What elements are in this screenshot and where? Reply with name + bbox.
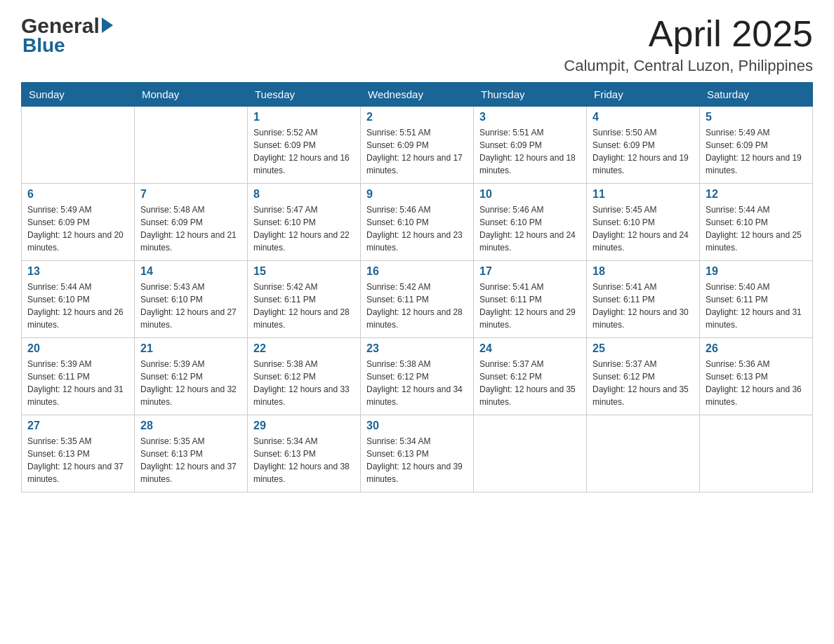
calendar-cell: 16Sunrise: 5:42 AMSunset: 6:11 PMDayligh… <box>361 261 474 338</box>
calendar-cell: 7Sunrise: 5:48 AMSunset: 6:09 PMDaylight… <box>135 184 248 261</box>
day-info: Sunrise: 5:46 AMSunset: 6:10 PMDaylight:… <box>479 203 581 254</box>
day-number: 1 <box>253 111 355 123</box>
weekday-header-monday: Monday <box>135 83 248 107</box>
day-info: Sunrise: 5:51 AMSunset: 6:09 PMDaylight:… <box>366 126 468 177</box>
day-number: 3 <box>479 111 581 123</box>
day-number: 14 <box>140 265 241 278</box>
weekday-header-saturday: Saturday <box>700 83 813 107</box>
calendar-cell: 8Sunrise: 5:47 AMSunset: 6:10 PMDaylight… <box>248 184 361 261</box>
day-number: 22 <box>253 342 355 355</box>
day-number: 29 <box>253 420 355 432</box>
day-info: Sunrise: 5:35 AMSunset: 6:13 PMDaylight:… <box>140 435 241 485</box>
day-number: 25 <box>593 342 694 355</box>
weekday-header-thursday: Thursday <box>474 83 587 107</box>
day-number: 4 <box>593 111 694 123</box>
calendar-cell: 29Sunrise: 5:34 AMSunset: 6:13 PMDayligh… <box>248 415 361 492</box>
calendar-cell <box>135 107 248 184</box>
day-info: Sunrise: 5:46 AMSunset: 6:10 PMDaylight:… <box>366 203 468 254</box>
day-info: Sunrise: 5:37 AMSunset: 6:12 PMDaylight:… <box>479 358 581 408</box>
day-number: 30 <box>366 420 468 432</box>
day-number: 26 <box>706 342 807 355</box>
day-number: 15 <box>253 265 355 278</box>
day-number: 24 <box>479 342 581 355</box>
day-number: 11 <box>593 188 694 201</box>
day-number: 2 <box>366 111 468 123</box>
calendar-cell: 25Sunrise: 5:37 AMSunset: 6:12 PMDayligh… <box>587 338 700 415</box>
month-title: April 2025 <box>564 14 813 54</box>
day-info: Sunrise: 5:36 AMSunset: 6:13 PMDaylight:… <box>706 358 807 408</box>
calendar-cell: 12Sunrise: 5:44 AMSunset: 6:10 PMDayligh… <box>700 184 813 261</box>
calendar-cell: 26Sunrise: 5:36 AMSunset: 6:13 PMDayligh… <box>700 338 813 415</box>
day-info: Sunrise: 5:48 AMSunset: 6:09 PMDaylight:… <box>140 203 241 254</box>
weekday-header-wednesday: Wednesday <box>361 83 474 107</box>
day-info: Sunrise: 5:47 AMSunset: 6:10 PMDaylight:… <box>253 203 355 254</box>
page-header: General Blue April 2025 Calumpit, Centra… <box>21 14 813 75</box>
day-number: 8 <box>253 188 355 201</box>
day-info: Sunrise: 5:45 AMSunset: 6:10 PMDaylight:… <box>593 203 694 254</box>
location-subtitle: Calumpit, Central Luzon, Philippines <box>564 57 813 75</box>
calendar-week-row: 6Sunrise: 5:49 AMSunset: 6:09 PMDaylight… <box>22 184 813 261</box>
calendar-cell: 6Sunrise: 5:49 AMSunset: 6:09 PMDaylight… <box>22 184 135 261</box>
day-number: 28 <box>140 420 241 432</box>
day-info: Sunrise: 5:50 AMSunset: 6:09 PMDaylight:… <box>593 126 694 177</box>
day-info: Sunrise: 5:39 AMSunset: 6:11 PMDaylight:… <box>27 358 128 408</box>
calendar-cell: 27Sunrise: 5:35 AMSunset: 6:13 PMDayligh… <box>22 415 135 492</box>
calendar-cell: 22Sunrise: 5:38 AMSunset: 6:12 PMDayligh… <box>248 338 361 415</box>
day-number: 16 <box>366 265 468 278</box>
weekday-header-friday: Friday <box>587 83 700 107</box>
day-info: Sunrise: 5:52 AMSunset: 6:09 PMDaylight:… <box>253 126 355 177</box>
day-info: Sunrise: 5:34 AMSunset: 6:13 PMDaylight:… <box>253 435 355 485</box>
day-number: 9 <box>366 188 468 201</box>
day-info: Sunrise: 5:49 AMSunset: 6:09 PMDaylight:… <box>27 203 128 254</box>
day-number: 21 <box>140 342 241 355</box>
calendar-table: SundayMondayTuesdayWednesdayThursdayFrid… <box>21 82 813 492</box>
calendar-cell: 18Sunrise: 5:41 AMSunset: 6:11 PMDayligh… <box>587 261 700 338</box>
calendar-cell: 30Sunrise: 5:34 AMSunset: 6:13 PMDayligh… <box>361 415 474 492</box>
day-number: 10 <box>479 188 581 201</box>
calendar-cell: 17Sunrise: 5:41 AMSunset: 6:11 PMDayligh… <box>474 261 587 338</box>
day-info: Sunrise: 5:38 AMSunset: 6:12 PMDaylight:… <box>253 358 355 408</box>
calendar-cell: 19Sunrise: 5:40 AMSunset: 6:11 PMDayligh… <box>700 261 813 338</box>
calendar-cell: 5Sunrise: 5:49 AMSunset: 6:09 PMDaylight… <box>700 107 813 184</box>
calendar-week-row: 13Sunrise: 5:44 AMSunset: 6:10 PMDayligh… <box>22 261 813 338</box>
calendar-cell: 2Sunrise: 5:51 AMSunset: 6:09 PMDaylight… <box>361 107 474 184</box>
weekday-header-sunday: Sunday <box>22 83 135 107</box>
day-number: 17 <box>479 265 581 278</box>
day-info: Sunrise: 5:35 AMSunset: 6:13 PMDaylight:… <box>27 435 128 485</box>
calendar-week-row: 27Sunrise: 5:35 AMSunset: 6:13 PMDayligh… <box>22 415 813 492</box>
day-number: 18 <box>593 265 694 278</box>
day-info: Sunrise: 5:40 AMSunset: 6:11 PMDaylight:… <box>706 281 807 331</box>
day-number: 13 <box>27 265 128 278</box>
calendar-cell: 21Sunrise: 5:39 AMSunset: 6:12 PMDayligh… <box>135 338 248 415</box>
calendar-header-row: SundayMondayTuesdayWednesdayThursdayFrid… <box>22 83 813 107</box>
calendar-cell: 20Sunrise: 5:39 AMSunset: 6:11 PMDayligh… <box>22 338 135 415</box>
day-info: Sunrise: 5:38 AMSunset: 6:12 PMDaylight:… <box>366 358 468 408</box>
day-info: Sunrise: 5:49 AMSunset: 6:09 PMDaylight:… <box>706 126 807 177</box>
calendar-cell: 24Sunrise: 5:37 AMSunset: 6:12 PMDayligh… <box>474 338 587 415</box>
calendar-cell: 23Sunrise: 5:38 AMSunset: 6:12 PMDayligh… <box>361 338 474 415</box>
day-number: 20 <box>27 342 128 355</box>
day-info: Sunrise: 5:44 AMSunset: 6:10 PMDaylight:… <box>27 281 128 331</box>
calendar-cell: 14Sunrise: 5:43 AMSunset: 6:10 PMDayligh… <box>135 261 248 338</box>
calendar-week-row: 20Sunrise: 5:39 AMSunset: 6:11 PMDayligh… <box>22 338 813 415</box>
day-info: Sunrise: 5:39 AMSunset: 6:12 PMDaylight:… <box>140 358 241 408</box>
logo-arrow-icon <box>102 18 113 33</box>
title-area: April 2025 Calumpit, Central Luzon, Phil… <box>564 14 813 75</box>
day-info: Sunrise: 5:44 AMSunset: 6:10 PMDaylight:… <box>706 203 807 254</box>
day-info: Sunrise: 5:43 AMSunset: 6:10 PMDaylight:… <box>140 281 241 331</box>
day-info: Sunrise: 5:37 AMSunset: 6:12 PMDaylight:… <box>593 358 694 408</box>
calendar-cell: 13Sunrise: 5:44 AMSunset: 6:10 PMDayligh… <box>22 261 135 338</box>
day-info: Sunrise: 5:34 AMSunset: 6:13 PMDaylight:… <box>366 435 468 485</box>
calendar-cell: 1Sunrise: 5:52 AMSunset: 6:09 PMDaylight… <box>248 107 361 184</box>
day-number: 27 <box>27 420 128 432</box>
day-number: 7 <box>140 188 241 201</box>
calendar-cell: 15Sunrise: 5:42 AMSunset: 6:11 PMDayligh… <box>248 261 361 338</box>
calendar-cell <box>22 107 135 184</box>
calendar-cell <box>474 415 587 492</box>
logo: General Blue <box>21 14 113 57</box>
day-number: 23 <box>366 342 468 355</box>
day-info: Sunrise: 5:42 AMSunset: 6:11 PMDaylight:… <box>366 281 468 331</box>
day-number: 5 <box>706 111 807 123</box>
logo-blue-text: Blue <box>22 34 65 57</box>
calendar-cell: 10Sunrise: 5:46 AMSunset: 6:10 PMDayligh… <box>474 184 587 261</box>
